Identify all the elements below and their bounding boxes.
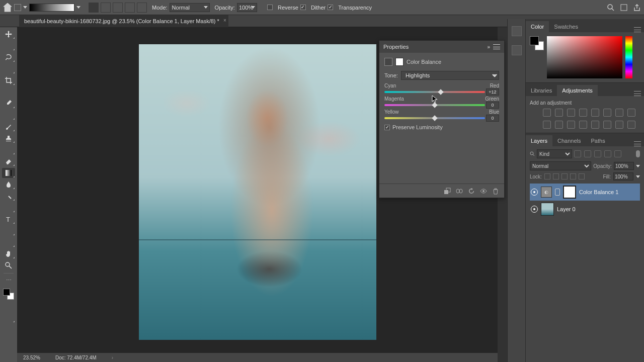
- chevron-right-icon[interactable]: ›: [112, 355, 113, 360]
- layer-row[interactable]: ◐ Color Balance 1: [530, 184, 640, 201]
- lock-image-icon[interactable]: [553, 173, 559, 179]
- filter-smart-icon[interactable]: [614, 150, 621, 157]
- history-panel-icon[interactable]: [512, 26, 522, 36]
- hue-adjustment[interactable]: [603, 109, 611, 117]
- search-icon[interactable]: [607, 4, 615, 12]
- invert-adjustment[interactable]: [579, 121, 587, 129]
- gradient-preview[interactable]: [29, 4, 74, 12]
- tab-adjustments[interactable]: Adjustments: [557, 85, 598, 96]
- type-tool[interactable]: T: [2, 214, 15, 224]
- share-icon[interactable]: [633, 4, 641, 12]
- filter-type-icon[interactable]: [594, 150, 601, 157]
- gradient-reflected-button[interactable]: [125, 3, 135, 13]
- crop-tool[interactable]: [2, 75, 15, 85]
- chevron-down-icon[interactable]: [76, 6, 80, 9]
- close-icon[interactable]: ×: [223, 18, 226, 23]
- vibrance-adjustment[interactable]: [591, 109, 599, 117]
- opacity-input[interactable]: [237, 3, 257, 12]
- brush-tool[interactable]: [2, 122, 15, 132]
- slider-handle[interactable]: [432, 102, 437, 108]
- curves-adjustment[interactable]: [567, 109, 575, 117]
- gradient-radial-button[interactable]: [101, 3, 111, 13]
- levels-adjustment[interactable]: [555, 109, 563, 117]
- posterize-adjustment[interactable]: [591, 121, 599, 129]
- slider-handle[interactable]: [438, 89, 443, 95]
- color-slider[interactable]: +12: [384, 90, 499, 94]
- gradient-tool[interactable]: [2, 168, 15, 178]
- collapse-icon[interactable]: »: [487, 44, 489, 50]
- layer-opacity-input[interactable]: 100%: [614, 162, 634, 170]
- gradient-diamond-button[interactable]: [137, 3, 147, 13]
- lock-transparency-icon[interactable]: [544, 173, 550, 179]
- dither-checkbox[interactable]: [300, 5, 306, 10]
- photofilter-adjustment[interactable]: [543, 121, 551, 129]
- home-icon[interactable]: [3, 3, 12, 12]
- stamp-tool[interactable]: [2, 133, 15, 143]
- bw-adjustment[interactable]: [627, 109, 635, 117]
- color-swatches[interactable]: [530, 36, 544, 50]
- exposure-adjustment[interactable]: [579, 109, 587, 117]
- view-previous-icon[interactable]: [456, 188, 463, 195]
- zoom-value[interactable]: 23.52%: [23, 355, 40, 360]
- chevron-down-icon[interactable]: [636, 175, 640, 178]
- selectivecolor-adjustment[interactable]: [627, 121, 635, 129]
- dodge-tool[interactable]: [2, 191, 15, 201]
- channelmixer-adjustment[interactable]: [555, 121, 563, 129]
- filter-adjustment-icon[interactable]: [584, 150, 591, 157]
- eraser-tool[interactable]: [2, 156, 15, 166]
- chevron-down-icon[interactable]: [636, 165, 640, 167]
- frame-tool[interactable]: [2, 87, 15, 97]
- panel-menu-icon[interactable]: [634, 91, 641, 96]
- doc-size[interactable]: Doc: 72.4M/72.4M: [55, 355, 97, 360]
- filter-toggle[interactable]: [636, 150, 640, 157]
- tab-libraries[interactable]: Libraries: [526, 85, 557, 96]
- lock-artboard-icon[interactable]: [570, 173, 576, 179]
- healing-tool[interactable]: [2, 110, 15, 120]
- mask-thumb[interactable]: [563, 186, 576, 199]
- hue-slider[interactable]: [625, 36, 632, 78]
- visibility-toggle[interactable]: [531, 189, 538, 196]
- tab-channels[interactable]: Channels: [552, 135, 586, 146]
- slider-value[interactable]: +12: [486, 88, 499, 96]
- move-tool[interactable]: [2, 29, 15, 39]
- color-slider[interactable]: 0: [384, 103, 499, 107]
- zoom-tool[interactable]: [2, 260, 15, 270]
- foreground-background-swatches[interactable]: [3, 289, 14, 300]
- clip-to-layer-icon[interactable]: [444, 188, 451, 195]
- slider-value[interactable]: 0: [486, 115, 499, 122]
- panel-menu-icon[interactable]: [634, 27, 641, 32]
- tone-select[interactable]: Highlights: [401, 71, 499, 80]
- transparency-checkbox[interactable]: [328, 5, 333, 10]
- tab-color[interactable]: Color: [526, 21, 549, 32]
- filter-shape-icon[interactable]: [604, 150, 611, 157]
- layer-row[interactable]: Layer 0: [530, 201, 640, 218]
- quick-mask-button[interactable]: [2, 301, 15, 311]
- gradient-linear-button[interactable]: [89, 3, 99, 13]
- visibility-toggle[interactable]: [531, 206, 538, 213]
- visibility-icon[interactable]: [480, 188, 487, 195]
- color-slider[interactable]: 0: [384, 116, 499, 120]
- color-field[interactable]: [547, 36, 622, 78]
- fill-input[interactable]: 100%: [613, 172, 633, 180]
- layer-blend-select[interactable]: Normal: [530, 161, 591, 170]
- tab-paths[interactable]: Paths: [586, 135, 610, 146]
- brightness-adjustment[interactable]: [543, 109, 551, 117]
- frames-icon[interactable]: [620, 4, 628, 12]
- preserve-luminosity-checkbox[interactable]: [384, 125, 390, 130]
- path-select-tool[interactable]: [2, 226, 15, 236]
- blur-tool[interactable]: [2, 179, 15, 190]
- slider-value[interactable]: 0: [486, 102, 499, 109]
- reverse-checkbox[interactable]: [267, 5, 273, 10]
- panel-menu-icon[interactable]: [493, 44, 500, 49]
- link-icon[interactable]: [555, 189, 560, 196]
- panel-menu-icon[interactable]: [634, 141, 641, 146]
- quick-select-tool[interactable]: [2, 64, 15, 74]
- screen-mode-button[interactable]: [2, 313, 15, 323]
- marquee-tool[interactable]: [2, 41, 15, 51]
- colorlookup-adjustment[interactable]: [567, 121, 575, 129]
- tab-swatches[interactable]: Swatches: [549, 21, 583, 32]
- blend-mode-select[interactable]: Normal: [170, 3, 210, 12]
- trash-icon[interactable]: [492, 188, 499, 195]
- shape-tool[interactable]: [2, 237, 15, 247]
- properties-header[interactable]: Properties »: [379, 41, 504, 53]
